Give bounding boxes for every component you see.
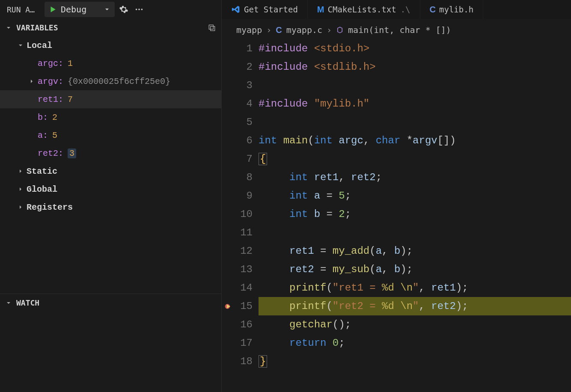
- debug-config-dropdown[interactable]: Debug: [45, 2, 115, 17]
- debug-sidebar: RUN A... Debug VARIABLES: [0, 0, 222, 392]
- chevron-right-icon: [17, 186, 25, 193]
- tab-mylib[interactable]: C mylib.h: [420, 0, 484, 19]
- line-number-gutter: 1 2 3 4 5 6 7 8 9 10 11 12 13 14 15 16 1…: [235, 39, 259, 392]
- tab-label: mylib.h: [439, 5, 473, 14]
- var-ret2[interactable]: ret2: 3: [0, 144, 221, 162]
- var-name: ret2:: [38, 148, 63, 158]
- var-value: 5: [52, 131, 57, 140]
- svg-point-2: [141, 9, 143, 10]
- gear-icon[interactable]: [117, 3, 130, 16]
- scope-static[interactable]: Static: [0, 162, 221, 180]
- var-name: a:: [38, 131, 48, 140]
- watch-panel: WATCH: [0, 294, 221, 392]
- breakpoint-gutter[interactable]: [222, 39, 235, 392]
- var-ret1[interactable]: ret1: 7: [0, 90, 221, 108]
- more-icon[interactable]: [133, 3, 146, 16]
- chevron-right-icon: ›: [266, 25, 271, 35]
- editor-pane: Get Started M CMakeLists.txt .\ C mylib.…: [222, 0, 571, 392]
- run-and-debug-label: RUN A...: [3, 3, 42, 16]
- var-name: b:: [38, 113, 48, 122]
- scope-label: Static: [27, 166, 57, 176]
- svg-rect-3: [209, 25, 213, 29]
- chevron-down-icon: [17, 42, 25, 49]
- variables-tree: Local argc: 1 argv: {0x0000025f6cff25e0}…: [0, 36, 221, 216]
- breadcrumb-file: myapp.c: [286, 25, 322, 35]
- var-value: 3: [68, 148, 76, 158]
- chevron-down-icon: [5, 24, 13, 31]
- var-argc[interactable]: argc: 1: [0, 54, 221, 72]
- scope-global[interactable]: Global: [0, 180, 221, 198]
- var-name: argv:: [38, 77, 63, 86]
- variables-title: VARIABLES: [16, 23, 58, 32]
- chevron-right-icon: [17, 204, 25, 211]
- c-file-icon: C: [276, 25, 282, 35]
- breadcrumb-folder: myapp: [236, 25, 262, 35]
- svg-rect-4: [211, 26, 215, 30]
- scope-label: Global: [27, 184, 57, 194]
- chevron-right-icon: [28, 78, 36, 85]
- run-toolbar: RUN A... Debug: [0, 0, 221, 19]
- chevron-right-icon: [17, 168, 25, 175]
- code-lines[interactable]: #include <stdio.h> #include <stdlib.h> #…: [259, 39, 571, 392]
- var-a[interactable]: a: 5: [0, 126, 221, 144]
- var-b[interactable]: b: 2: [0, 108, 221, 126]
- scope-label: Local: [27, 41, 52, 50]
- tab-label: Get Started: [244, 5, 298, 14]
- tab-get-started[interactable]: Get Started: [222, 0, 308, 19]
- var-value: 1: [68, 59, 73, 68]
- current-breakpoint-icon: [222, 297, 235, 315]
- cmake-icon: M: [317, 5, 324, 15]
- var-name: argc:: [38, 59, 63, 68]
- watch-panel-header[interactable]: WATCH: [0, 294, 221, 312]
- code-editor[interactable]: 1 2 3 4 5 6 7 8 9 10 11 12 13 14 15 16 1…: [222, 39, 571, 392]
- c-file-icon: C: [430, 5, 436, 15]
- debug-config-name: Debug: [61, 4, 86, 15]
- breadcrumb[interactable]: myapp › C myapp.c › main(int, char * []): [222, 19, 571, 39]
- watch-title: WATCH: [16, 298, 39, 307]
- svg-point-0: [136, 9, 137, 10]
- var-name: ret1:: [38, 95, 63, 104]
- tab-cmakelists[interactable]: M CMakeLists.txt .\: [308, 0, 420, 19]
- symbol-icon: [336, 26, 344, 34]
- var-value: {0x0000025f6cff25e0}: [68, 77, 170, 86]
- var-value: 2: [52, 113, 57, 122]
- tab-suffix: .\: [401, 5, 410, 14]
- vscode-icon: [231, 5, 241, 14]
- svg-point-1: [138, 9, 140, 10]
- scope-label: Registers: [27, 202, 73, 212]
- editor-tabs: Get Started M CMakeLists.txt .\ C mylib.…: [222, 0, 571, 19]
- var-value: 7: [68, 95, 73, 104]
- var-argv[interactable]: argv: {0x0000025f6cff25e0}: [0, 72, 221, 90]
- breadcrumb-symbol: main(int, char * []): [348, 25, 451, 35]
- tab-label: CMakeLists.txt: [328, 5, 396, 14]
- chevron-right-icon: ›: [327, 25, 332, 35]
- scope-registers[interactable]: Registers: [0, 198, 221, 216]
- play-icon: [49, 6, 57, 13]
- chevron-down-icon: [5, 300, 13, 306]
- scope-local[interactable]: Local: [0, 36, 221, 54]
- chevron-down-icon: [104, 6, 110, 13]
- variables-panel-header[interactable]: VARIABLES: [0, 19, 221, 36]
- collapse-all-icon[interactable]: [208, 24, 216, 32]
